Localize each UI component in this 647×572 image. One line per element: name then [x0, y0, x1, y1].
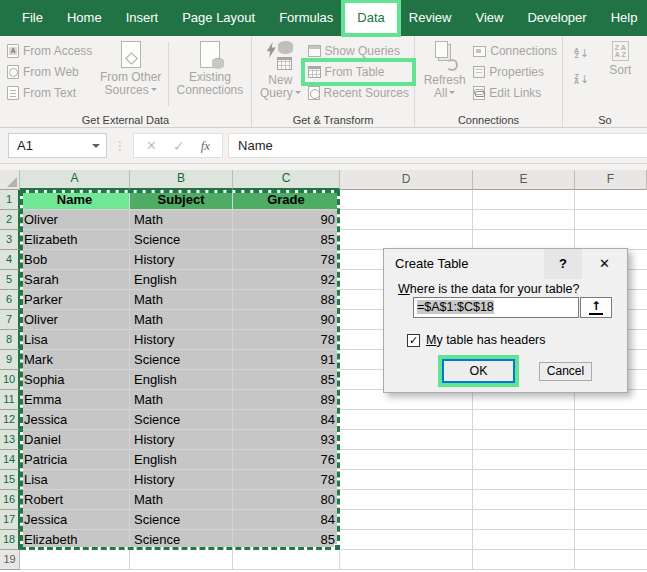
cell-A15[interactable]: Lisa	[20, 470, 130, 490]
cell-A12[interactable]: Jessica	[20, 410, 130, 430]
from-table-button[interactable]: From Table	[305, 62, 412, 82]
cell-A19[interactable]	[20, 550, 130, 570]
column-header-e[interactable]: E	[473, 170, 575, 190]
existing-connections-button[interactable]: Existing Connections	[171, 39, 249, 97]
cell-B5[interactable]: English	[130, 270, 233, 290]
cell-B8[interactable]: History	[130, 330, 233, 350]
column-header-a[interactable]: A	[20, 170, 130, 190]
tab-developer[interactable]: Developer	[515, 0, 598, 36]
row-header-3[interactable]: 3	[0, 230, 20, 250]
row-header-8[interactable]: 8	[0, 330, 20, 350]
row-header-16[interactable]: 16	[0, 490, 20, 510]
cell-A6[interactable]: Parker	[20, 290, 130, 310]
cell-B7[interactable]: Math	[130, 310, 233, 330]
cell-B15[interactable]: History	[130, 470, 233, 490]
cell-B9[interactable]: Science	[130, 350, 233, 370]
cell-C18[interactable]: 85	[233, 530, 340, 550]
cell-C4[interactable]: 78	[233, 250, 340, 270]
row-header-11[interactable]: 11	[0, 390, 20, 410]
cell-B19[interactable]	[130, 550, 233, 570]
cell-A5[interactable]: Sarah	[20, 270, 130, 290]
cell-F2[interactable]	[575, 210, 647, 230]
column-header-f[interactable]: F	[575, 170, 647, 190]
from-web-button[interactable]: From Web	[4, 62, 95, 82]
row-header-19[interactable]: 19	[0, 550, 20, 570]
cell-C12[interactable]: 84	[233, 410, 340, 430]
column-header-c[interactable]: C	[233, 170, 340, 190]
cell-D18[interactable]	[340, 530, 473, 550]
refresh-all-button[interactable]: Refresh All	[419, 39, 470, 100]
cell-B14[interactable]: English	[130, 450, 233, 470]
cell-A9[interactable]: Mark	[20, 350, 130, 370]
cell-E15[interactable]	[473, 470, 575, 490]
cell-E18[interactable]	[473, 530, 575, 550]
show-queries-button[interactable]: Show Queries	[305, 41, 412, 61]
from-other-sources-button[interactable]: From Other Sources	[95, 39, 166, 97]
cell-C7[interactable]: 90	[233, 310, 340, 330]
cell-C1[interactable]: Grade	[233, 190, 340, 210]
cell-E17[interactable]	[473, 510, 575, 530]
cell-D15[interactable]	[340, 470, 473, 490]
row-header-13[interactable]: 13	[0, 430, 20, 450]
cancel-button[interactable]: Cancel	[539, 362, 592, 381]
cell-A13[interactable]: Daniel	[20, 430, 130, 450]
row-header-9[interactable]: 9	[0, 350, 20, 370]
cell-E19[interactable]	[473, 550, 575, 570]
row-header-17[interactable]: 17	[0, 510, 20, 530]
tab-insert[interactable]: Insert	[114, 0, 171, 36]
formula-input[interactable]: Name	[228, 133, 647, 158]
tab-review[interactable]: Review	[397, 0, 464, 36]
cell-B11[interactable]: Math	[130, 390, 233, 410]
table-range-input[interactable]: =$A$1:$C$18	[413, 297, 579, 318]
cell-C10[interactable]: 85	[233, 370, 340, 390]
cell-B13[interactable]: History	[130, 430, 233, 450]
cell-A3[interactable]: Elizabeth	[20, 230, 130, 250]
cell-A14[interactable]: Patricia	[20, 450, 130, 470]
row-header-12[interactable]: 12	[0, 410, 20, 430]
cell-F16[interactable]	[575, 490, 647, 510]
cell-B4[interactable]: History	[130, 250, 233, 270]
cell-F18[interactable]	[575, 530, 647, 550]
select-all-corner[interactable]	[0, 170, 20, 190]
cell-D1[interactable]	[340, 190, 473, 210]
cell-D16[interactable]	[340, 490, 473, 510]
tab-formulas[interactable]: Formulas	[267, 0, 345, 36]
cell-B6[interactable]: Math	[130, 290, 233, 310]
cell-B12[interactable]: Science	[130, 410, 233, 430]
cell-C15[interactable]: 78	[233, 470, 340, 490]
edit-links-button[interactable]: Edit Links	[470, 83, 560, 103]
column-header-b[interactable]: B	[130, 170, 233, 190]
dialog-title-bar[interactable]: Create Table ? ✕	[384, 249, 627, 279]
cell-B2[interactable]: Math	[130, 210, 233, 230]
row-header-5[interactable]: 5	[0, 270, 20, 290]
cell-C19[interactable]	[233, 550, 340, 570]
name-box[interactable]: A1	[8, 133, 107, 158]
cell-C13[interactable]: 93	[233, 430, 340, 450]
cell-C2[interactable]: 90	[233, 210, 340, 230]
from-access-button[interactable]: From Access	[4, 41, 95, 61]
cell-A4[interactable]: Bob	[20, 250, 130, 270]
cell-D12[interactable]	[340, 410, 473, 430]
cell-A17[interactable]: Jessica	[20, 510, 130, 530]
connections-button[interactable]: Connections	[470, 41, 560, 61]
cell-C17[interactable]: 84	[233, 510, 340, 530]
dialog-close-icon[interactable]: ✕	[582, 249, 627, 279]
sort-button[interactable]: Sort	[597, 39, 643, 77]
cell-C5[interactable]: 92	[233, 270, 340, 290]
cell-C14[interactable]: 76	[233, 450, 340, 470]
cell-E12[interactable]	[473, 410, 575, 430]
cell-A18[interactable]: Elizabeth	[20, 530, 130, 550]
cell-E2[interactable]	[473, 210, 575, 230]
cell-D11[interactable]	[340, 390, 473, 410]
properties-button[interactable]: Properties	[470, 62, 560, 82]
insert-function-icon[interactable]: fx	[201, 138, 210, 154]
row-header-4[interactable]: 4	[0, 250, 20, 270]
cell-C6[interactable]: 88	[233, 290, 340, 310]
cell-A2[interactable]: Oliver	[20, 210, 130, 230]
row-header-18[interactable]: 18	[0, 530, 20, 550]
row-header-1[interactable]: 1	[0, 190, 20, 210]
cell-B3[interactable]: Science	[130, 230, 233, 250]
row-header-14[interactable]: 14	[0, 450, 20, 470]
cell-B17[interactable]: Science	[130, 510, 233, 530]
fill-handle[interactable]	[334, 544, 341, 551]
